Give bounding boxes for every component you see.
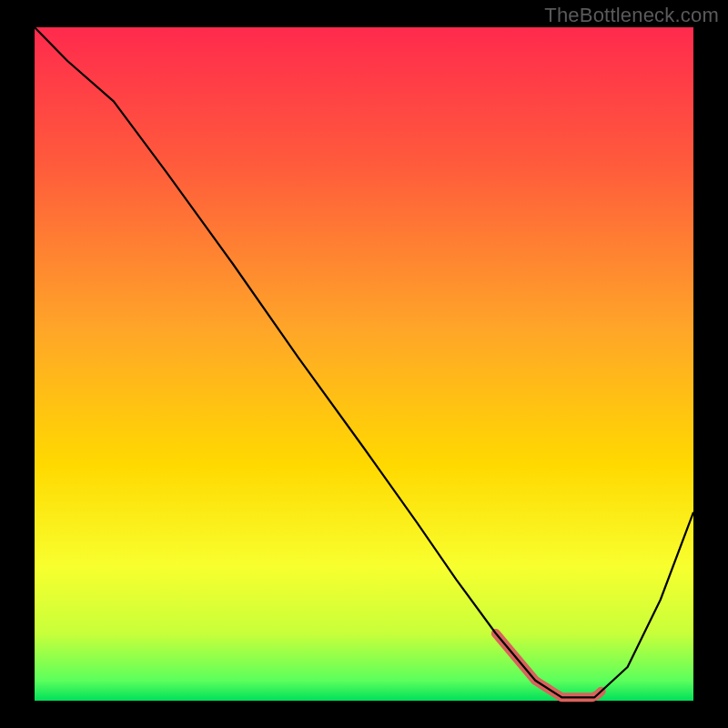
bottleneck-chart [0, 0, 728, 728]
chart-frame: { "watermark": "TheBottleneck.com", "cha… [0, 0, 728, 728]
watermark-text: TheBottleneck.com [544, 4, 719, 27]
